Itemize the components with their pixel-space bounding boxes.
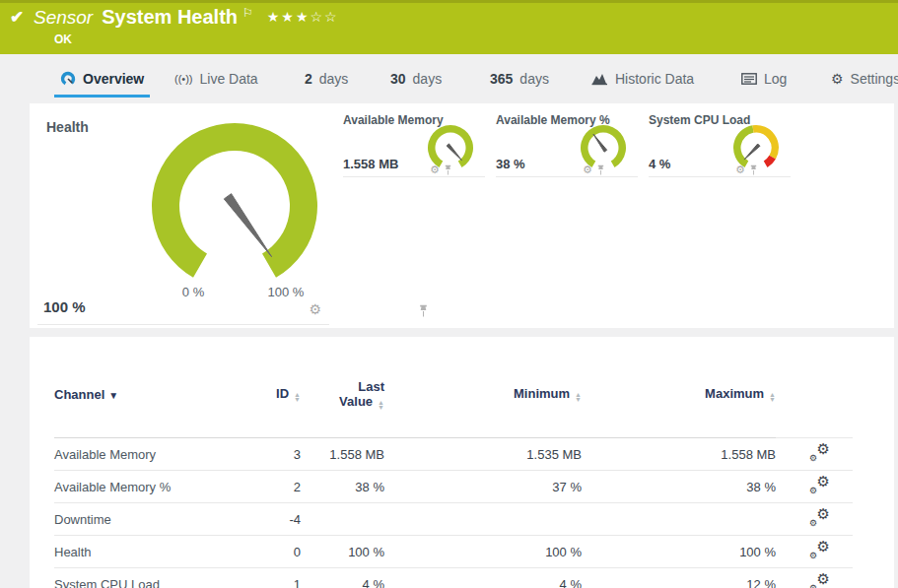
channel-settings-gears-icon[interactable]: ⚙⚙ xyxy=(809,477,830,493)
tab-2-days-number: 2 xyxy=(305,71,312,87)
cell-maximum: 12 % xyxy=(582,568,776,588)
gauge-icon xyxy=(60,71,76,87)
widget-gear-icon[interactable]: ⚙ xyxy=(583,164,592,175)
table-row: Health0100 %100 %100 %⚙⚙ xyxy=(54,536,853,568)
area-chart-icon xyxy=(591,72,608,86)
object-kind-label: Sensor xyxy=(34,7,93,28)
cell-minimum: 1.535 MB xyxy=(384,438,582,471)
status-ok-check-icon: ✔ xyxy=(10,7,24,28)
cell-last-value: 1.558 MB xyxy=(301,438,384,471)
cell-actions: ⚙⚙ xyxy=(776,438,853,471)
gauge-value: 4 % xyxy=(649,157,670,171)
widget-pin-icon[interactable] xyxy=(444,164,452,175)
channel-settings-gears-icon[interactable]: ⚙⚙ xyxy=(809,509,830,526)
channels-table: Channel▼ ID▲▼ Last Value▲▼ Minimum▲▼ Max… xyxy=(54,337,853,588)
cell-minimum xyxy=(384,503,582,536)
available-memory-pct-gauge-widget: Available Memory % 38 % ⚙ xyxy=(496,113,638,177)
col-header-last-value[interactable]: Last Value▲▼ xyxy=(301,337,384,438)
tab-log-label: Log xyxy=(764,71,787,87)
sensor-header-band: ✔ SensorSystem Health⚐★★★☆☆ OK xyxy=(0,0,898,54)
col-header-minimum[interactable]: Minimum▲▼ xyxy=(384,337,582,438)
col-header-channel[interactable]: Channel▼ xyxy=(54,337,242,438)
log-list-icon xyxy=(741,73,757,85)
cell-last-value xyxy=(301,503,384,536)
cell-id: -4 xyxy=(242,503,301,536)
tab-365-days-number: 365 xyxy=(490,71,513,87)
cell-channel: System CPU Load xyxy=(54,568,242,588)
gauge-value: 38 % xyxy=(496,157,525,171)
sort-icon: ▲▼ xyxy=(294,392,301,402)
widget-gear-icon[interactable]: ⚙ xyxy=(735,164,745,175)
tab-2-days[interactable]: 2 days xyxy=(305,61,348,97)
cell-channel: Available Memory % xyxy=(54,471,242,503)
widget-pin-icon[interactable] xyxy=(596,164,605,175)
sort-icon: ▲▼ xyxy=(378,400,384,410)
sort-icon: ▲▼ xyxy=(769,392,776,402)
tab-live-data-label: Live Data xyxy=(200,71,258,87)
tab-bar: Overview ((•)) Live Data 2 days 30 days … xyxy=(0,61,898,98)
table-row: Available Memory %238 %37 %38 %⚙⚙ xyxy=(54,471,853,503)
sort-icon: ▲▼ xyxy=(575,392,582,402)
col-header-maximum[interactable]: Maximum▲▼ xyxy=(582,337,776,438)
gauge-value: 1.558 MB xyxy=(343,157,398,171)
cell-minimum: 100 % xyxy=(384,536,582,568)
col-last-label-2: Value xyxy=(339,394,373,409)
table-header-row: Channel▼ ID▲▼ Last Value▲▼ Minimum▲▼ Max… xyxy=(54,337,853,438)
available-memory-gauge-widget: Available Memory 1.558 MB ⚙ xyxy=(343,113,485,177)
cell-maximum: 100 % xyxy=(582,536,776,568)
col-channel-label: Channel xyxy=(54,387,104,402)
tab-overview[interactable]: Overview xyxy=(60,61,144,97)
cell-actions: ⚙⚙ xyxy=(776,536,853,568)
cell-channel: Health xyxy=(54,536,242,568)
tab-log[interactable]: Log xyxy=(741,61,787,97)
widget-pin-icon[interactable] xyxy=(749,164,758,175)
col-last-label-1: Last xyxy=(339,379,384,394)
widget-gear-icon[interactable]: ⚙ xyxy=(309,302,321,316)
channel-settings-gears-icon[interactable]: ⚙⚙ xyxy=(809,574,830,588)
table-row: System CPU Load14 %4 %12 %⚙⚙ xyxy=(54,568,853,588)
cell-channel: Available Memory xyxy=(54,438,242,471)
cell-id: 3 xyxy=(242,438,301,471)
gear-icon: ⚙ xyxy=(831,71,844,87)
cell-actions: ⚙⚙ xyxy=(776,568,853,588)
chevron-down-icon: ▼ xyxy=(108,390,118,401)
channels-panel: Channel▼ ID▲▼ Last Value▲▼ Minimum▲▼ Max… xyxy=(30,337,894,588)
cell-actions: ⚙⚙ xyxy=(776,471,853,503)
broadcast-icon: ((•)) xyxy=(174,73,193,85)
prtg-sensor-page: { "header": { "check_icon": "✔", "kind":… xyxy=(0,0,898,588)
channel-settings-gears-icon[interactable]: ⚙⚙ xyxy=(809,542,830,558)
health-gauge-widget: Health 0 % 100 % 100 % ⚙ xyxy=(37,115,329,325)
cell-maximum xyxy=(582,503,776,536)
sensor-title-line: SensorSystem Health⚐★★★☆☆ xyxy=(34,6,339,29)
tab-live-data[interactable]: ((•)) Live Data xyxy=(174,61,258,97)
channel-settings-gears-icon[interactable]: ⚙⚙ xyxy=(809,444,830,461)
cell-last-value: 38 % xyxy=(301,471,384,503)
gauge-value: 100 % xyxy=(43,298,86,315)
cell-last-value: 100 % xyxy=(301,536,384,568)
sensor-name: System Health xyxy=(102,6,238,28)
col-header-id[interactable]: ID▲▼ xyxy=(242,337,301,438)
cell-minimum: 4 % xyxy=(384,568,582,588)
priority-stars[interactable]: ★★★☆☆ xyxy=(267,9,339,25)
cell-id: 1 xyxy=(242,568,301,588)
priority-flag-icon[interactable]: ⚐ xyxy=(242,6,253,20)
gauge-scale-max: 100 % xyxy=(256,285,315,299)
cell-channel: Downtime xyxy=(54,503,242,536)
system-cpu-load-gauge-widget: System CPU Load 4 % ⚙ xyxy=(649,113,791,177)
tab-365-days[interactable]: 365 days xyxy=(490,61,549,97)
gauges-panel: Health 0 % 100 % 100 % ⚙ Available Memor… xyxy=(30,103,894,328)
tab-30-days-number: 30 xyxy=(390,71,406,87)
cell-id: 0 xyxy=(242,536,301,568)
cell-id: 2 xyxy=(242,471,301,503)
tab-settings[interactable]: ⚙ Settings xyxy=(831,61,898,97)
widget-gear-icon[interactable]: ⚙ xyxy=(430,164,440,175)
col-header-actions xyxy=(776,337,853,438)
cell-maximum: 38 % xyxy=(582,471,776,503)
tab-2-days-unit: days xyxy=(319,71,349,87)
tab-30-days[interactable]: 30 days xyxy=(390,61,442,97)
tab-historic-data[interactable]: Historic Data xyxy=(591,61,694,97)
tab-overview-label: Overview xyxy=(83,71,144,87)
tab-settings-label: Settings xyxy=(851,71,898,87)
table-row: Available Memory31.558 MB1.535 MB1.558 M… xyxy=(54,438,853,471)
cell-minimum: 37 % xyxy=(384,471,582,503)
